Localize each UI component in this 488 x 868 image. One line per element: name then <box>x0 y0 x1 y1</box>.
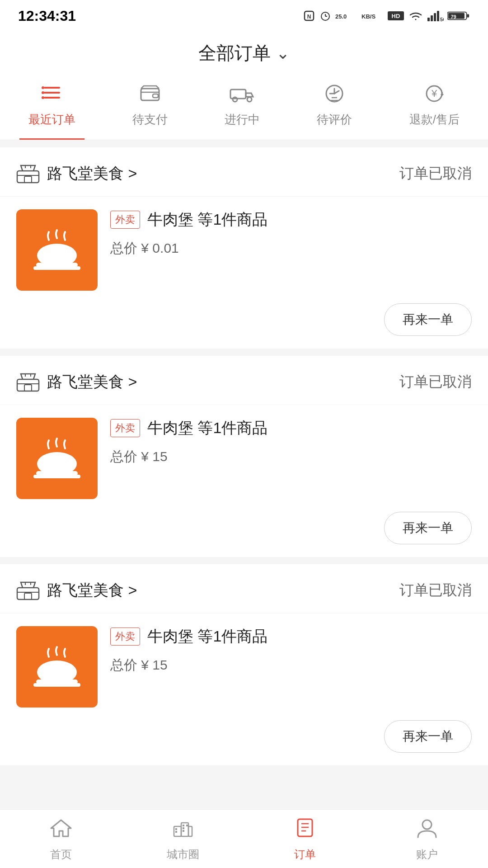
order-desc-3: 外卖 牛肉堡 等1件商品 <box>110 626 472 647</box>
svg-text:KB/S: KB/S <box>361 13 375 20</box>
svg-rect-47 <box>24 385 32 391</box>
refund-icon: ¥ <box>423 84 446 108</box>
nav-label-city: 城市圈 <box>167 847 199 862</box>
store-name-2: 路飞堂美食 > <box>47 372 137 392</box>
tab-in-progress[interactable]: 进行中 <box>216 79 269 140</box>
food-image-2 <box>16 418 98 499</box>
order-info-1: 外卖 牛肉堡 等1件商品 总价 ¥ 0.01 <box>110 209 472 258</box>
svg-rect-50 <box>33 475 80 478</box>
order-item-name-3: 牛肉堡 等1件商品 <box>147 626 267 647</box>
status-bar: 12:34:31 N 25.0 KB/S HD 5G 79 <box>0 0 488 32</box>
svg-rect-54 <box>24 593 32 599</box>
svg-rect-12 <box>437 11 439 21</box>
svg-rect-63 <box>183 825 184 826</box>
svg-point-22 <box>42 91 44 94</box>
order-info-2: 外卖 牛肉堡 等1件商品 总价 ¥ 15 <box>110 418 472 466</box>
order-card-2: 路飞堂美食 > 订单已取消 外卖 牛肉堡 等1件商品 <box>0 356 488 557</box>
battery-icon: 79 <box>447 9 470 22</box>
tab-pending-review[interactable]: 待评价 <box>308 79 361 140</box>
store-name-3: 路飞堂美食 > <box>47 580 137 601</box>
tag-waimai-2: 外卖 <box>110 419 140 437</box>
nav-label-home: 首页 <box>50 847 72 862</box>
header: 全部订单 ⌄ 最近订单 <box>0 32 488 140</box>
order-price-1: 总价 ¥ 0.01 <box>110 239 472 258</box>
store-info-3: 路飞堂美食 > <box>16 579 137 602</box>
reorder-button-1[interactable]: 再来一单 <box>384 303 472 336</box>
order-status-2: 订单已取消 <box>399 372 472 392</box>
tab-pending-review-label: 待评价 <box>317 112 352 127</box>
nav-label-account: 账户 <box>416 847 438 862</box>
review-icon <box>324 84 345 108</box>
svg-rect-60 <box>188 826 192 836</box>
alarm-icon <box>319 9 332 22</box>
tab-refund[interactable]: ¥ 退款/售后 <box>400 79 469 140</box>
orders-icon <box>293 816 317 844</box>
list-icon <box>41 84 63 108</box>
hd-icon: HD <box>388 9 404 22</box>
order-item-name-1: 牛肉堡 等1件商品 <box>147 209 267 230</box>
order-body-3: 外卖 牛肉堡 等1件商品 总价 ¥ 15 <box>0 613 488 720</box>
tab-pending-pay[interactable]: 待支付 <box>123 79 177 140</box>
order-item-name-2: 牛肉堡 等1件商品 <box>147 418 267 439</box>
svg-rect-9 <box>427 18 430 21</box>
svg-rect-58 <box>174 826 181 836</box>
nav-item-account[interactable]: 账户 <box>366 816 488 862</box>
header-title-text: 全部订单 <box>198 41 271 66</box>
svg-rect-64 <box>183 827 184 829</box>
nav-label-orders: 订单 <box>294 847 316 862</box>
order-header-1[interactable]: 路飞堂美食 > 订单已取消 <box>0 147 488 197</box>
tab-recent[interactable]: 最近订单 <box>19 79 84 140</box>
chevron-down-icon: ⌄ <box>276 44 290 63</box>
svg-rect-62 <box>175 831 177 833</box>
svg-point-28 <box>247 97 252 102</box>
data-icon: 25.0 <box>335 9 358 22</box>
order-footer-3: 再来一单 <box>0 720 488 765</box>
store-icon-3 <box>16 579 40 602</box>
bottom-nav: 首页 城市圈 订单 <box>0 809 488 868</box>
store-icon-1 <box>16 162 40 185</box>
reorder-button-2[interactable]: 再来一单 <box>384 512 472 544</box>
svg-text:¥: ¥ <box>431 88 437 99</box>
store-info-2: 路飞堂美食 > <box>16 370 137 394</box>
tab-in-progress-label: 进行中 <box>225 112 260 127</box>
header-title[interactable]: 全部订单 ⌄ <box>0 41 488 75</box>
status-icons: N 25.0 KB/S HD 5G 79 <box>303 9 470 22</box>
order-body-1: 外卖 牛肉堡 等1件商品 总价 ¥ 0.01 <box>0 197 488 303</box>
order-list: 路飞堂美食 > 订单已取消 外卖 <box>0 147 488 765</box>
svg-rect-26 <box>230 90 246 99</box>
svg-text:79: 79 <box>450 14 456 19</box>
order-price-3: 总价 ¥ 15 <box>110 656 472 675</box>
order-info-3: 外卖 牛肉堡 等1件商品 总价 ¥ 15 <box>110 626 472 675</box>
order-footer-1: 再来一单 <box>0 303 488 349</box>
svg-rect-43 <box>33 266 80 270</box>
order-header-2[interactable]: 路飞堂美食 > 订单已取消 <box>0 356 488 405</box>
order-body-2: 外卖 牛肉堡 等1件商品 总价 ¥ 15 <box>0 405 488 512</box>
speed-icon: KB/S <box>361 9 384 22</box>
svg-point-23 <box>42 96 44 99</box>
store-name-1: 路飞堂美食 > <box>47 163 137 184</box>
svg-rect-65 <box>183 830 184 832</box>
order-card-1: 路飞堂美食 > 订单已取消 外卖 <box>0 147 488 349</box>
wallet-icon <box>139 84 161 108</box>
svg-rect-25 <box>153 94 158 98</box>
svg-rect-10 <box>431 15 433 21</box>
nav-item-city[interactable]: 城市圈 <box>122 816 244 862</box>
order-status-1: 订单已取消 <box>399 164 472 184</box>
city-icon <box>171 816 195 844</box>
svg-text:5G: 5G <box>440 17 444 22</box>
tab-recent-label: 最近订单 <box>28 112 75 127</box>
store-icon-2 <box>16 370 40 394</box>
svg-rect-11 <box>434 13 436 21</box>
reorder-button-3[interactable]: 再来一单 <box>384 720 472 753</box>
order-header-3[interactable]: 路飞堂美食 > 订单已取消 <box>0 564 488 613</box>
nav-item-orders[interactable]: 订单 <box>244 816 366 862</box>
svg-rect-66 <box>186 825 188 826</box>
tab-refund-label: 退款/售后 <box>409 112 460 127</box>
home-icon <box>49 816 73 844</box>
nav-item-home[interactable]: 首页 <box>0 816 122 862</box>
food-image-3 <box>16 626 98 708</box>
order-price-2: 总价 ¥ 15 <box>110 448 472 466</box>
tag-waimai-1: 外卖 <box>110 211 140 229</box>
signal-5g-icon: 5G <box>427 9 444 22</box>
svg-text:HD: HD <box>392 13 400 19</box>
